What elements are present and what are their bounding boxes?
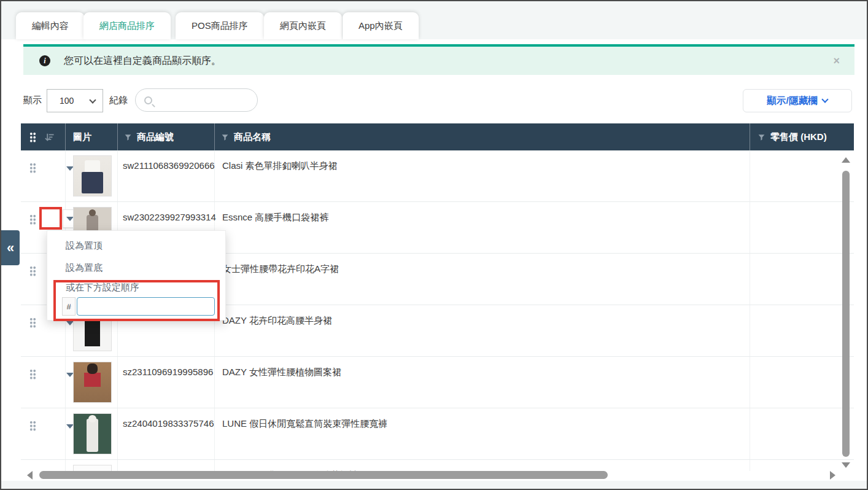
chevron-down-icon — [822, 96, 829, 103]
tab-bar: 編輯內容 網店商品排序 POS商品排序 網頁內嵌頁 App內嵌頁 — [1, 1, 867, 39]
collapse-panel-toggle[interactable]: « — [1, 230, 20, 265]
product-name: DAZY 女性彈性腰植物圖案裙 — [215, 357, 750, 408]
menu-item-set-top[interactable]: 設為置顶 — [47, 235, 225, 257]
double-chevron-left-icon: « — [7, 240, 14, 256]
show-hide-columns-label: 顯示/隱藏欄 — [767, 95, 818, 107]
scroll-left-icon[interactable] — [27, 471, 33, 480]
product-image — [73, 155, 112, 196]
menu-item-set-bottom[interactable]: 設為置底 — [47, 257, 225, 279]
table-row: sw2111068369920666 Clasi 素色單排釦喇叭半身裙 — [21, 150, 854, 202]
filter-icon[interactable] — [758, 133, 765, 141]
drag-handle-icon[interactable] — [29, 369, 36, 379]
product-code: sz2311096919995896 — [118, 357, 215, 408]
header-reorder-column — [21, 123, 66, 150]
product-name: DAZY 花卉印花高腰半身裙 — [215, 305, 750, 356]
show-hide-columns-button[interactable]: 顯示/隱藏欄 — [743, 89, 852, 112]
drag-handle-icon[interactable] — [29, 317, 36, 328]
product-image — [73, 362, 112, 403]
product-price — [750, 305, 854, 356]
product-price — [750, 357, 854, 408]
drag-handle-icon[interactable] — [29, 421, 36, 431]
tab-edit-content[interactable]: 編輯內容 — [16, 12, 85, 39]
drag-handle-icon[interactable] — [29, 214, 36, 225]
drag-handle-icon — [29, 132, 36, 142]
table-header: 圖片 商品編號 商品名稱 零售價 (HKD) — [21, 123, 854, 150]
table-row: sz2311096919995896 DAZY 女性彈性腰植物圖案裙 — [21, 357, 854, 408]
tab-store-product-sort[interactable]: 網店商品排序 — [83, 12, 171, 39]
tab-pos-product-sort[interactable]: POS商品排序 — [176, 12, 264, 39]
drag-handle-icon[interactable] — [29, 266, 36, 276]
tab-web-embed[interactable]: 網頁內嵌頁 — [264, 12, 342, 39]
product-name: 女士彈性腰帶花卉印花A字裙 — [215, 254, 750, 305]
search-input[interactable] — [157, 95, 249, 105]
horizontal-scrollbar[interactable] — [23, 469, 854, 481]
row-sort-menu: 設為置顶 設為置底 或在下方設定順序 # — [47, 230, 226, 321]
bottom-strip — [1, 481, 867, 489]
table-row: sz2404019833375746 LUNE 假日休閒寬鬆直筒裝束彈性腰寬褲 — [21, 408, 854, 460]
product-code: sz2404019833375746 — [118, 408, 215, 459]
product-code: sw2111068369920666 — [118, 150, 215, 201]
horizontal-scroll-thumb[interactable] — [39, 471, 608, 479]
order-number-input[interactable] — [77, 297, 215, 316]
close-icon[interactable]: × — [833, 55, 840, 68]
records-label: 紀錄 — [109, 95, 128, 106]
scroll-right-icon[interactable] — [830, 471, 835, 480]
product-price — [750, 254, 854, 305]
search-box — [135, 88, 258, 112]
product-name: Essnce 高腰手機口袋裙裤 — [215, 202, 750, 253]
sort-icon[interactable] — [44, 132, 55, 142]
header-retail-price[interactable]: 零售價 (HKD) — [750, 123, 854, 150]
vertical-scrollbar[interactable] — [840, 155, 852, 470]
info-banner: 您可以在這裡自定義商品顯示順序。 × — [23, 44, 854, 75]
app-window: 編輯內容 網店商品排序 POS商品排序 網頁內嵌頁 App內嵌頁 您可以在這裡自… — [0, 0, 868, 490]
page-size-value: 100 — [60, 96, 74, 106]
product-name: Clasi 素色單排釦喇叭半身裙 — [215, 150, 750, 201]
product-image — [73, 413, 112, 454]
header-image[interactable]: 圖片 — [66, 123, 118, 150]
info-banner-text: 您可以在這裡自定義商品顯示順序。 — [64, 55, 221, 68]
product-price — [750, 150, 854, 201]
custom-order-input-row: # — [62, 297, 225, 316]
show-label: 顯示 — [23, 95, 42, 106]
search-icon — [144, 96, 152, 104]
product-price — [750, 202, 854, 253]
page-size-select[interactable]: 100 — [47, 89, 103, 112]
chevron-down-icon — [89, 96, 96, 103]
filter-icon[interactable] — [221, 133, 229, 141]
scroll-up-icon[interactable] — [842, 157, 850, 163]
product-price — [750, 408, 854, 459]
scroll-down-icon[interactable] — [842, 462, 850, 468]
drag-handle-icon[interactable] — [29, 163, 36, 173]
info-icon — [39, 55, 50, 66]
custom-order-label: 或在下方設定順序 — [47, 279, 225, 296]
product-name: LUNE 假日休閒寬鬆直筒裝束彈性腰寬褲 — [215, 408, 750, 459]
header-product-name[interactable]: 商品名稱 — [215, 123, 750, 150]
header-product-code[interactable]: 商品編號 — [118, 123, 215, 150]
order-input-prefix: # — [62, 297, 76, 316]
vertical-scroll-thumb[interactable] — [842, 171, 850, 457]
tab-app-embed[interactable]: App內嵌頁 — [343, 12, 419, 39]
filter-icon[interactable] — [124, 133, 132, 141]
